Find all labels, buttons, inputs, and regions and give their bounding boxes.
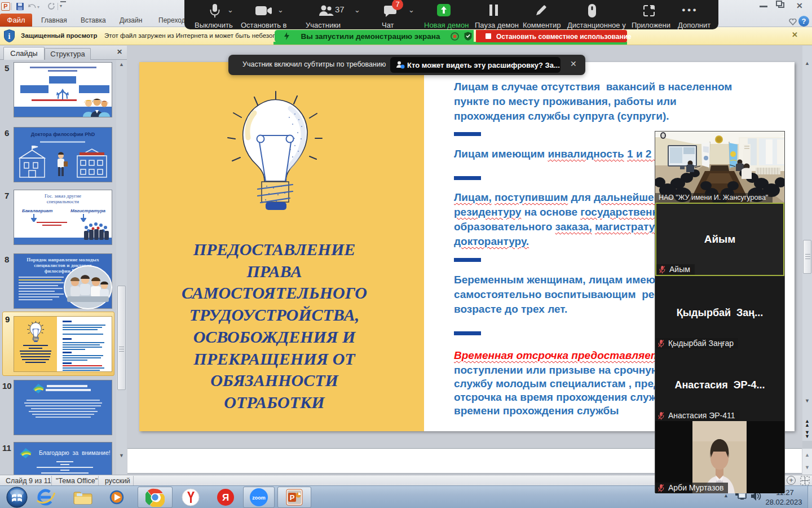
svg-text:i: i (8, 32, 11, 41)
svg-text:Я: Я (222, 492, 229, 503)
svg-text:zoom: zoom (252, 495, 266, 501)
svg-text:P: P (290, 493, 295, 502)
